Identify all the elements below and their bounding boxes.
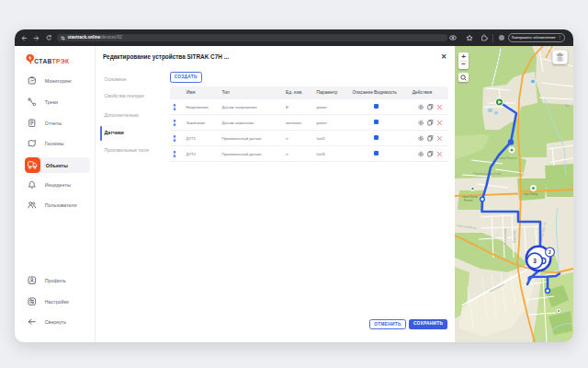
svg-text:3: 3 <box>533 258 537 264</box>
svg-text:2: 2 <box>548 249 551 255</box>
svg-text:Промышленный: Промышленный <box>473 171 501 176</box>
svg-text:Вас: Вас <box>565 104 571 108</box>
svg-text:парк Побед: парк Побед <box>524 192 537 196</box>
svg-text:России: России <box>464 199 473 202</box>
svg-text:сквер Планеты: сквер Планеты <box>499 156 516 160</box>
svg-text:Пирогова: Пирогова <box>513 231 516 243</box>
svg-text:Рогожникова: Рогожникова <box>503 228 507 245</box>
